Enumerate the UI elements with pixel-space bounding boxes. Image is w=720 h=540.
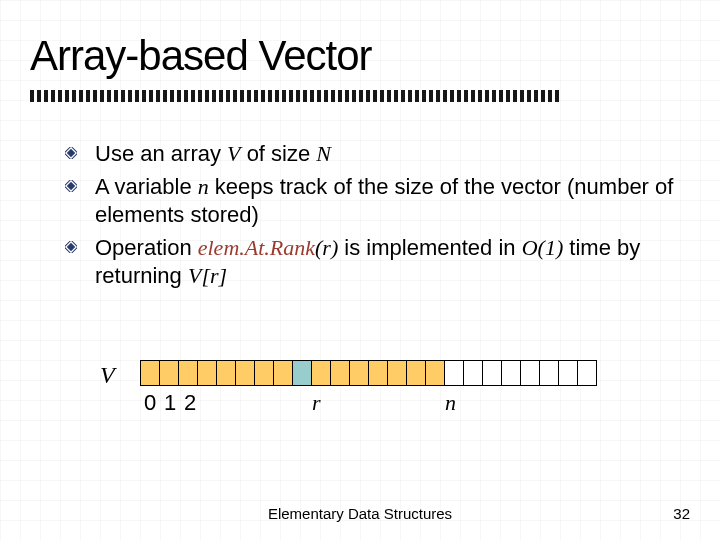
slide: Array-based Vector Use an array V of siz… [0, 0, 720, 540]
array-cell [273, 360, 293, 386]
array-label: V [100, 362, 115, 389]
array-cell [425, 360, 445, 386]
array-cell [444, 360, 464, 386]
diamond-icon [65, 241, 77, 253]
array-cell [387, 360, 407, 386]
b3-r: r [322, 235, 331, 260]
b3-text-mid: is implemented in [338, 235, 521, 260]
b3-idx-close: ] [219, 263, 228, 288]
body-text: Use an array V of size N A variable n ke… [65, 140, 680, 295]
diamond-icon [65, 147, 77, 159]
b1-N: N [316, 141, 331, 166]
array-cell [197, 360, 217, 386]
b3-V: V [188, 263, 201, 288]
bullet-1: Use an array V of size N [65, 140, 680, 169]
b3-ridx: r [210, 263, 219, 288]
index-n: n [445, 390, 456, 416]
b1-text-pre: Use an array [95, 141, 227, 166]
array-cell [235, 360, 255, 386]
array-cell [159, 360, 179, 386]
array-cell [254, 360, 274, 386]
bullet-3: Operation elem.At.Rank(r) is implemented… [65, 234, 680, 291]
diamond-icon [65, 180, 77, 192]
array-cell [406, 360, 426, 386]
array-cell [349, 360, 369, 386]
b1-V: V [227, 141, 240, 166]
b3-O-args: (1) [538, 235, 564, 260]
array-cell [482, 360, 502, 386]
array-cell [577, 360, 597, 386]
index-r: r [312, 390, 321, 416]
b3-call: elem.At.Rank [198, 235, 315, 260]
svg-rect-4 [67, 243, 75, 251]
svg-rect-0 [67, 149, 75, 157]
b3-O: O [522, 235, 538, 260]
bullet-2: A variable n keeps track of the size of … [65, 173, 680, 230]
array-cells [140, 360, 597, 386]
b2-n: n [198, 174, 209, 199]
index-0: 0 [144, 390, 156, 416]
array-cell [368, 360, 388, 386]
array-cell [311, 360, 331, 386]
page-number: 32 [673, 505, 690, 522]
array-cell [330, 360, 350, 386]
footer-text: Elementary Data Structures [0, 505, 720, 522]
array-cell [520, 360, 540, 386]
b3-text-pre: Operation [95, 235, 198, 260]
index-2: 2 [184, 390, 196, 416]
b3-idx-open: [ [201, 263, 210, 288]
array-cell [178, 360, 198, 386]
array-cell [292, 360, 312, 386]
array-cell [539, 360, 559, 386]
array-cell [216, 360, 236, 386]
array-cell [140, 360, 160, 386]
array-cell [558, 360, 578, 386]
b1-text-mid: of size [241, 141, 317, 166]
index-1: 1 [164, 390, 176, 416]
title-underline [30, 90, 560, 102]
array-cell [463, 360, 483, 386]
b2-text-pre: A variable [95, 174, 198, 199]
svg-rect-2 [67, 181, 75, 189]
slide-title: Array-based Vector [30, 32, 372, 80]
array-cell [501, 360, 521, 386]
